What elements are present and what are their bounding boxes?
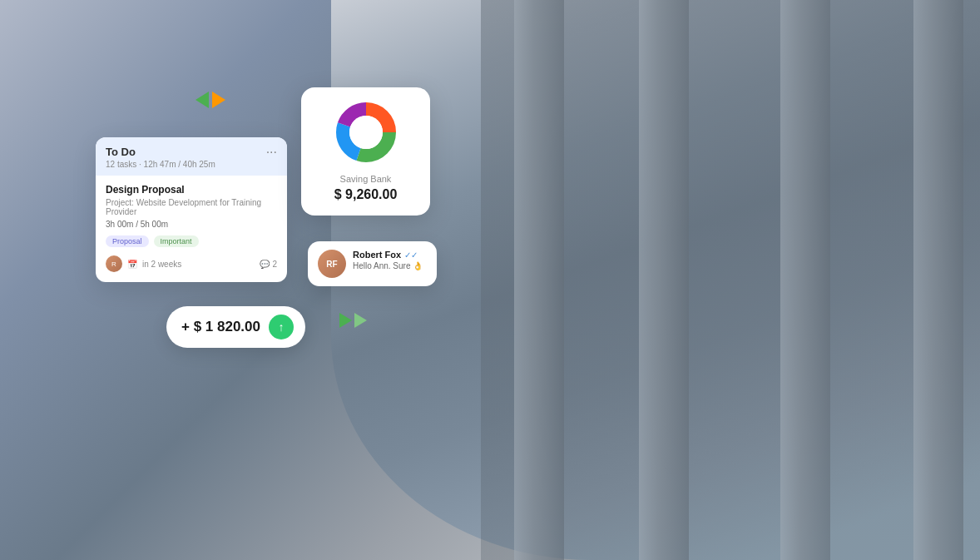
bank-label: Saving Bank [340,174,392,184]
tag-important: Important [154,235,199,247]
widgets-container: To Do 12 tasks · 12h 47m / 40h 25m ··· D… [0,0,466,560]
message-text: Hello Ann. Sure 👌 [353,261,423,270]
message-card[interactable]: RF Robert Fox ✓✓ Hello Ann. Sure 👌 [308,241,437,286]
forward-arrow-icon-2 [354,313,367,328]
task-project: Project: Website Development for Trainin… [106,198,277,216]
pillar-1 [514,0,564,560]
bank-donut-chart [333,99,399,166]
decorative-arrows-mid [339,313,367,328]
pillar-3 [780,0,830,560]
pillar-4 [913,0,963,560]
todo-card-header: To Do 12 tasks · 12h 47m / 40h 25m ··· [96,137,287,176]
architectural-background [481,0,980,560]
todo-card-body: Design Proposal Project: Website Develop… [96,176,287,282]
amount-badge: + $ 1 820.00 ↑ [166,306,305,348]
task-time: 3h 00m / 5h 00m [106,220,277,229]
pillar-2 [639,0,689,560]
message-content: Robert Fox ✓✓ Hello Ann. Sure 👌 [353,250,423,270]
amount-arrow-button[interactable]: ↑ [269,315,294,339]
todo-meta: 12 tasks · 12h 47m / 40h 25m [106,160,215,169]
up-arrow-icon: ↑ [279,320,285,334]
forward-arrow-icon-1 [339,313,352,328]
calendar-icon: 📅 [127,260,137,269]
message-avatar: RF [318,250,346,278]
comments-number: 2 [272,260,277,269]
tag-proposal: Proposal [106,235,149,247]
task-name: Design Proposal [106,184,277,196]
amount-value: + $ 1 820.00 [181,319,260,335]
task-assignee-avatar: R [106,255,122,272]
task-tags: Proposal Important [106,235,277,247]
avatar-inner: R [106,255,122,272]
todo-card: To Do 12 tasks · 12h 47m / 40h 25m ··· D… [96,137,287,282]
right-arrow-icon [212,92,225,108]
task-due-date: in 2 weeks [142,260,181,269]
decorative-arrows-top [196,92,225,108]
left-arrow-icon [196,92,209,108]
todo-options-button[interactable]: ··· [266,146,277,159]
todo-header-left: To Do 12 tasks · 12h 47m / 40h 25m [106,146,215,169]
bank-card: Saving Bank $ 9,260.00 [301,87,430,216]
read-receipt-icon: ✓✓ [404,250,418,260]
task-footer: R 📅 in 2 weeks 💬 2 [106,255,277,272]
message-sender-name: Robert Fox [353,250,401,260]
task-comments-count: 💬 2 [260,260,277,269]
todo-title: To Do [106,146,215,158]
bank-amount: $ 9,260.00 [334,187,398,202]
message-name-row: Robert Fox ✓✓ [353,250,423,260]
svg-point-5 [349,116,383,149]
comment-icon: 💬 [260,260,270,269]
